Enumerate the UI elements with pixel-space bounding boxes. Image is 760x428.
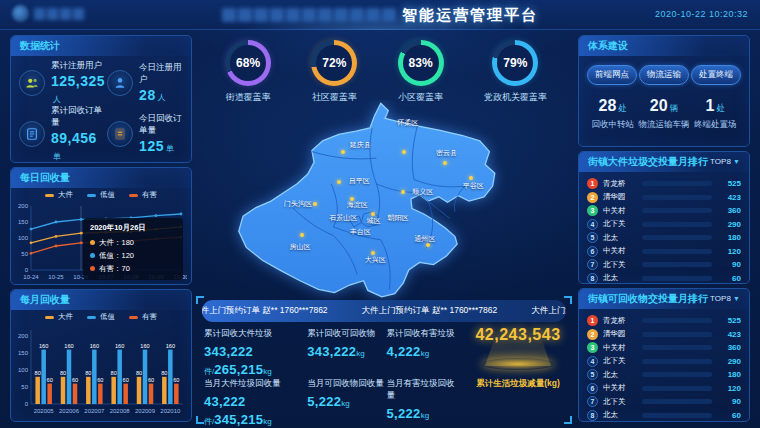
system-label: 物流运输车辆 [638, 119, 689, 131]
ranking-row[interactable]: 8 北太 60 [587, 409, 741, 423]
top8-dropdown[interactable]: TOP8 ▼ [710, 289, 740, 309]
chart-tooltip: 2020年10月26日 大件：180低值：120有害：70 [83, 218, 183, 280]
map-marker-dot [402, 150, 406, 154]
corner-bracket [196, 296, 204, 304]
summary-value: 5,222kg [387, 404, 462, 422]
ranking-row[interactable]: 7 北下关 90 [587, 258, 741, 272]
top8-dropdown[interactable]: TOP8 ▼ [710, 152, 740, 172]
svg-text:200: 200 [18, 203, 29, 209]
map-marker-dot [350, 197, 354, 201]
district-label[interactable]: 密云县 [436, 148, 457, 158]
stat-label: 今日注册用户 [139, 62, 185, 86]
summary-cell: 累计回收大件垃圾 343,222件/265,215kg [204, 328, 307, 378]
district-label[interactable]: 海淀区 [347, 200, 368, 210]
ranking-row[interactable]: 5 北太 180 [587, 368, 741, 382]
district-label[interactable]: 门头沟区 [284, 199, 312, 209]
rank-value: 90 [717, 397, 741, 406]
stat-value: 89,456单 [51, 130, 105, 162]
svg-text:60: 60 [173, 377, 179, 383]
rank-name: 北太 [603, 233, 637, 243]
legend-item[interactable]: 大件 [45, 190, 73, 200]
district-label[interactable]: 通州区 [414, 234, 435, 244]
rank-name: 北下关 [603, 397, 637, 407]
rank-name: 青龙桥 [603, 179, 637, 189]
ranking-row[interactable]: 1 青龙桥 525 [587, 177, 741, 191]
ranking-row[interactable]: 4 北下关 290 [587, 218, 741, 232]
rank-value: 60 [717, 411, 741, 420]
ranking-row[interactable]: 2 清华园 423 [587, 328, 741, 342]
stat-item: 今日回收订单量 125单 [105, 105, 185, 162]
district-label[interactable]: 延庆县 [350, 140, 371, 150]
district-label[interactable]: 平谷区 [463, 181, 484, 191]
daily-legend: 大件低值有害 [11, 190, 191, 200]
ranking-row[interactable]: 5 北太 180 [587, 231, 741, 245]
district-label[interactable]: 丰台区 [350, 227, 371, 237]
rank-value: 290 [717, 220, 741, 229]
summary-label: 累计回收有害垃圾 [387, 328, 462, 340]
ranking-row[interactable]: 7 北下关 90 [587, 395, 741, 409]
system-tab-2[interactable]: 处置终端 [691, 65, 741, 85]
rank-name: 北太 [603, 410, 637, 420]
ranking-row[interactable]: 6 中关村 120 [587, 382, 741, 396]
svg-text:80: 80 [60, 370, 66, 376]
map-marker-dot [401, 190, 405, 194]
marquee-order-item: 大件上门预约订单 赵** 1760***7862 [202, 305, 328, 317]
legend-item[interactable]: 大件 [45, 312, 73, 322]
legend-item[interactable]: 低值 [87, 312, 115, 322]
beijing-district-map[interactable]: 怀柔区延庆县密云县平谷区昌平区顺义区门头沟区海淀区石景山区城区朝阳区丰台区通州区… [228, 100, 540, 300]
district-label[interactable]: 大兴区 [365, 255, 386, 265]
legend-item[interactable]: 有害 [129, 312, 157, 322]
data-statistics-panel: 数据统计 累计注册用户 125,325人 今日注册用户 28人 累计回收订单量 … [10, 35, 192, 163]
rank-value: 525 [717, 179, 741, 188]
summary-value: 343,222件/265,215kg [204, 342, 307, 378]
rank-value: 423 [717, 193, 741, 202]
rank-value: 180 [717, 233, 741, 242]
rank-value: 60 [717, 274, 741, 283]
svg-text:50: 50 [21, 384, 28, 390]
ranking-row[interactable]: 2 清华园 423 [587, 191, 741, 205]
order-today-icon [107, 121, 133, 147]
ranking-row[interactable]: 1 青龙桥 525 [587, 314, 741, 328]
corner-bracket [196, 416, 204, 424]
district-label[interactable]: 房山区 [290, 242, 311, 252]
stat-value: 28人 [139, 87, 185, 103]
header: 智能运营管理平台 2020-10-22 10:20:32 [0, 0, 760, 30]
map-marker-dot [371, 251, 375, 255]
svg-text:150: 150 [18, 350, 29, 356]
summary-value: 43,222件/345,215kg [204, 392, 307, 428]
legend-item[interactable]: 低值 [87, 190, 115, 200]
summary-cell: 当月大件垃圾回收量 43,222件/345,215kg [204, 378, 307, 428]
svg-text:60: 60 [97, 377, 103, 383]
marquee-order-item: 大件上门预约订单 赵** 1760***7862 [531, 305, 566, 317]
district-label[interactable]: 石景山区 [329, 213, 357, 223]
rank-value: 180 [717, 370, 741, 379]
ranking-row[interactable]: 8 北太 60 [587, 272, 741, 286]
district-label[interactable]: 昌平区 [349, 176, 370, 186]
order-marquee[interactable]: 大件上门预约订单 赵** 1760***7862大件上门预约订单 赵** 176… [202, 300, 566, 322]
ranking-row[interactable]: 3 中关村 360 [587, 204, 741, 218]
ranking-row[interactable]: 3 中关村 360 [587, 341, 741, 355]
district-label[interactable]: 城区 [366, 216, 380, 226]
legend-item[interactable]: 有害 [129, 190, 157, 200]
ranking-row[interactable]: 4 北下关 290 [587, 355, 741, 369]
system-tab-1[interactable]: 物流运输 [639, 65, 689, 85]
district-label[interactable]: 朝阳区 [388, 213, 409, 223]
user-icon [107, 70, 133, 96]
monthly-legend: 大件低值有害 [11, 312, 191, 322]
rank-name: 清华园 [603, 329, 637, 339]
map-marker-dot [469, 176, 473, 180]
svg-text:200: 200 [18, 333, 29, 339]
svg-text:80: 80 [161, 370, 167, 376]
rank-badge: 5 [587, 232, 598, 243]
district-label[interactable]: 顺义区 [412, 187, 433, 197]
svg-text:80: 80 [85, 370, 91, 376]
ranking-row[interactable]: 6 中关村 120 [587, 245, 741, 259]
tooltip-date: 2020年10月26日 [90, 223, 176, 233]
summary-value: 5,222kg [307, 392, 386, 410]
rank-badge: 8 [587, 410, 598, 421]
users-icon [19, 70, 45, 96]
system-tab-0[interactable]: 前端网点 [587, 65, 637, 85]
district-label[interactable]: 怀柔区 [397, 118, 418, 128]
system-label: 终端处置场 [690, 119, 741, 131]
map-marker-dot [300, 233, 304, 237]
